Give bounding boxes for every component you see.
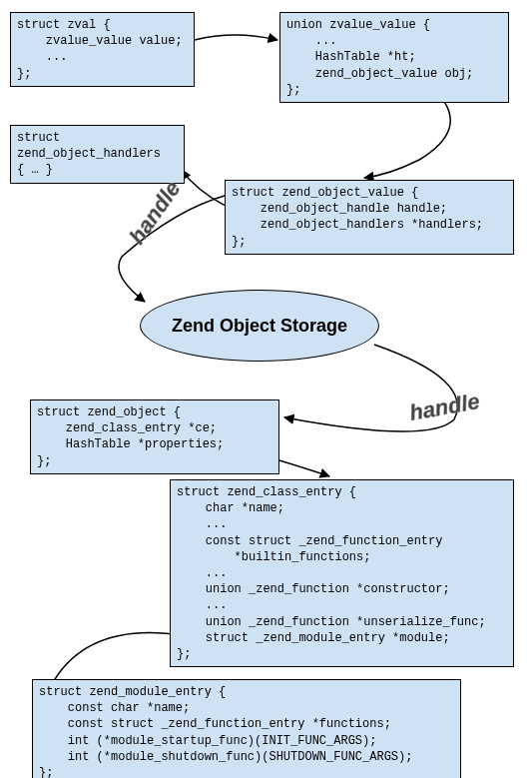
box-zend-object-value: struct zend_object_value { zend_object_h…	[225, 180, 514, 255]
box-zend-object-handlers: struct zend_object_handlers { … }	[10, 125, 185, 184]
handle-label-1: handle	[124, 177, 186, 250]
box-zval: struct zval { zvalue_value value; ... };	[10, 12, 195, 87]
box-zend-module-entry: struct zend_module_entry { const char *n…	[32, 679, 461, 778]
storage-label: Zend Object Storage	[172, 316, 347, 337]
zend-object-storage: Zend Object Storage	[140, 290, 379, 362]
box-zend-class-entry: struct zend_class_entry { char *name; ..…	[170, 479, 514, 667]
box-zend-object: struct zend_object { zend_class_entry *c…	[30, 399, 279, 474]
handle-label-2: handle	[407, 389, 481, 426]
box-zvalue-value: union zvalue_value { ... HashTable *ht; …	[279, 12, 509, 103]
